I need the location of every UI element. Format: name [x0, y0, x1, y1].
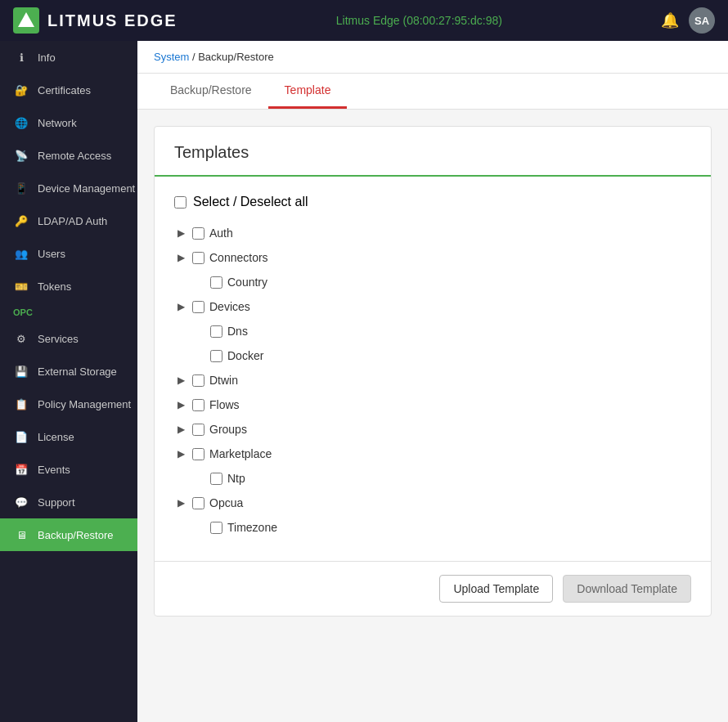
sidebar: ℹ Info 🔐 Certificates 🌐 Network 📡 Remote… [0, 41, 137, 722]
docker-checkbox[interactable] [210, 350, 222, 362]
page-content: Templates Select / Deselect all ▶ Auth [137, 110, 728, 722]
opcua-checkbox[interactable] [192, 497, 204, 509]
instance-label: Litmus Edge (08:00:27:95:dc:98) [336, 14, 502, 27]
sidebar-item-network[interactable]: 🌐 Network [0, 106, 137, 139]
sidebar-item-users[interactable]: 👥 Users [0, 237, 137, 270]
dns-checkbox[interactable] [210, 325, 222, 338]
upload-template-button[interactable]: Upload Template [439, 575, 553, 603]
dtwin-checkbox[interactable] [192, 374, 204, 387]
chevron-right-icon[interactable]: ▶ [174, 374, 187, 387]
bell-icon[interactable]: 🔔 [661, 11, 679, 29]
sidebar-item-label: Backup/Restore [38, 529, 114, 541]
sidebar-item-events[interactable]: 📅 Events [0, 453, 137, 486]
list-item: ▶ Groups [174, 417, 691, 442]
tab-template[interactable]: Template [268, 74, 348, 109]
chevron-right-icon[interactable]: ▶ [174, 398, 187, 411]
ntp-label[interactable]: Ntp [227, 472, 245, 485]
cert-icon: 🔐 [13, 82, 29, 98]
chevron-right-icon[interactable]: ▶ [174, 423, 187, 436]
chevron-right-icon[interactable]: ▶ [174, 300, 187, 313]
opcua-label[interactable]: Opcua [209, 496, 243, 509]
sidebar-item-device-management[interactable]: 📱 Device Management [0, 172, 137, 204]
marketplace-checkbox[interactable] [192, 448, 204, 460]
breadcrumb-system[interactable]: System [154, 51, 189, 63]
ldap-icon: 🔑 [13, 213, 29, 229]
connectors-label[interactable]: Connectors [209, 251, 268, 264]
chevron-right-icon[interactable]: ▶ [174, 447, 187, 460]
header: LITMUS EDGE Litmus Edge (08:00:27:95:dc:… [0, 0, 728, 41]
devices-label[interactable]: Devices [209, 300, 250, 313]
list-item: Docker [174, 343, 691, 368]
templates-header: Templates [155, 127, 711, 177]
connectors-checkbox[interactable] [192, 252, 204, 264]
remote-icon: 📡 [13, 147, 29, 164]
storage-icon: 💾 [13, 363, 29, 379]
backup-icon: 🖥 [13, 527, 29, 543]
ntp-checkbox[interactable] [210, 473, 222, 485]
template-list: Select / Deselect all ▶ Auth ▶ Connector… [155, 177, 711, 561]
list-item: ▶ Connectors [174, 245, 691, 270]
chevron-right-icon[interactable]: ▶ [174, 496, 187, 509]
sidebar-item-label: Support [38, 496, 75, 509]
sidebar-item-label: External Storage [38, 365, 117, 378]
logo-text: LITMUS EDGE [47, 11, 178, 30]
tab-backup-restore[interactable]: Backup/Restore [154, 74, 268, 109]
content-area: System / Backup/Restore Backup/Restore T… [137, 41, 728, 722]
chevron-right-icon[interactable]: ▶ [174, 251, 187, 264]
logo-icon [13, 7, 39, 34]
sidebar-item-ldap[interactable]: 🔑 LDAP/AD Auth [0, 204, 137, 237]
sidebar-item-label: Info [38, 52, 56, 64]
select-all-label[interactable]: Select / Deselect all [193, 195, 308, 209]
sidebar-item-label: Remote Access [38, 150, 111, 162]
timezone-checkbox[interactable] [210, 522, 222, 534]
timezone-label[interactable]: Timezone [227, 521, 277, 534]
sidebar-item-backup-restore[interactable]: 🖥 Backup/Restore [0, 518, 137, 551]
devices-checkbox[interactable] [192, 301, 204, 313]
auth-checkbox[interactable] [192, 227, 204, 240]
list-item: ▶ Auth [174, 221, 691, 245]
sidebar-item-policy-management[interactable]: 📋 Policy Management [0, 388, 137, 420]
tabs: Backup/Restore Template [137, 74, 728, 110]
sidebar-item-label: Events [38, 464, 70, 476]
avatar[interactable]: SA [689, 7, 715, 34]
sidebar-item-info[interactable]: ℹ Info [0, 41, 137, 74]
dtwin-label[interactable]: Dtwin [209, 374, 238, 387]
users-icon: 👥 [13, 245, 29, 262]
country-checkbox[interactable] [210, 276, 222, 289]
main-layout: ℹ Info 🔐 Certificates 🌐 Network 📡 Remote… [0, 41, 728, 722]
sidebar-item-support[interactable]: 💬 Support [0, 486, 137, 518]
sidebar-item-tokens[interactable]: 🎫 Tokens [0, 270, 137, 303]
marketplace-label[interactable]: Marketplace [209, 447, 272, 460]
info-icon: ℹ [13, 49, 29, 65]
sidebar-item-certificates[interactable]: 🔐 Certificates [0, 74, 137, 106]
sidebar-item-label: Device Management [38, 182, 135, 195]
sidebar-item-label: Network [38, 117, 77, 129]
groups-label[interactable]: Groups [209, 423, 247, 436]
auth-label[interactable]: Auth [209, 226, 233, 240]
sidebar-item-license[interactable]: 📄 License [0, 420, 137, 453]
sidebar-item-label: Policy Management [38, 398, 131, 410]
select-all-row: Select / Deselect all [174, 190, 691, 214]
dns-label[interactable]: Dns [227, 325, 248, 338]
sidebar-item-remote-access[interactable]: 📡 Remote Access [0, 139, 137, 172]
list-item: Dns [174, 319, 691, 343]
support-icon: 💬 [13, 494, 29, 510]
policy-icon: 📋 [13, 396, 29, 412]
select-all-checkbox[interactable] [174, 196, 186, 209]
opc-label: OPC [0, 303, 137, 322]
groups-checkbox[interactable] [192, 424, 204, 436]
sidebar-item-label: Users [38, 248, 65, 260]
sidebar-item-services[interactable]: ⚙ Services [0, 322, 137, 355]
download-template-button[interactable]: Download Template [563, 575, 691, 603]
templates-title: Templates [174, 143, 691, 162]
docker-label[interactable]: Docker [227, 349, 263, 362]
country-label[interactable]: Country [227, 276, 267, 289]
flows-label[interactable]: Flows [209, 398, 240, 411]
sidebar-item-external-storage[interactable]: 💾 External Storage [0, 355, 137, 388]
flows-checkbox[interactable] [192, 399, 204, 411]
svg-marker-0 [18, 12, 34, 27]
list-item: ▶ Opcua [174, 491, 691, 515]
chevron-right-icon[interactable]: ▶ [174, 226, 187, 240]
card-footer: Upload Template Download Template [155, 561, 711, 616]
events-icon: 📅 [13, 461, 29, 478]
